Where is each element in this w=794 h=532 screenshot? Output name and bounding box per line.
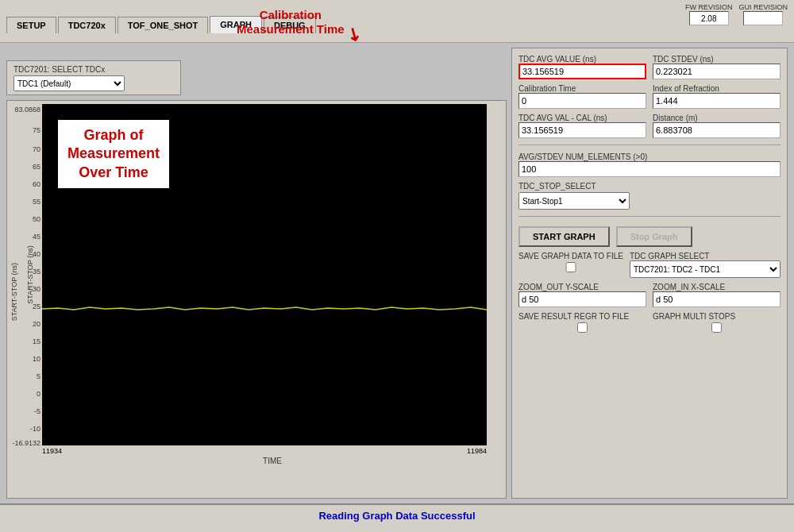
tdc-stdev-label: TDC STDEV (ns) xyxy=(653,55,781,64)
divider-1 xyxy=(518,145,781,145)
tdc-avg-cal-group: TDC AVG VAL - CAL (ns) xyxy=(518,114,646,138)
tab-tof-one-shot[interactable]: TOF_ONE_SHOT xyxy=(118,17,208,33)
graph-wrapper: 83.0868 75 70 65 60 55 50 45 40 35 30 25… xyxy=(10,104,503,465)
graph-title-line3: Over Time xyxy=(79,164,148,180)
bottom-checkboxes: SAVE RESULT REGR TO FILE GRAPH MULTI STO… xyxy=(518,312,781,333)
tdc-stop-select-label: TDC_STOP_SELECT xyxy=(518,182,781,191)
save-result-regr-label: SAVE RESULT REGR TO FILE xyxy=(518,312,646,321)
tdc-graph-select-row: TDC7201: TDC2 - TDC1 TDC7201: TDC1 TDC72… xyxy=(630,260,781,278)
zoom-in-label: ZOOM_IN X-SCALE xyxy=(653,283,781,291)
zoom-in-group: ZOOM_IN X-SCALE xyxy=(653,283,781,307)
tdc-stdev-input[interactable] xyxy=(653,64,781,79)
tab-tdc720x[interactable]: TDC720x xyxy=(58,17,116,33)
tdc-avg-cal-label: TDC AVG VAL - CAL (ns) xyxy=(518,114,646,122)
gui-revision-label: GUI REVISION xyxy=(738,3,788,11)
fw-revision-label: FW REVISION xyxy=(685,3,733,11)
avg-stdev-row: TDC AVG VALUE (ns) TDC STDEV (ns) xyxy=(518,55,781,79)
distance-group: Distance (m) xyxy=(653,114,781,138)
x-label-min: 11934 xyxy=(42,447,62,455)
tdc-stdev-group: TDC STDEV (ns) xyxy=(653,55,781,79)
y-label-15: 15 xyxy=(33,337,40,345)
tdc-stop-select-dropdown[interactable]: Start-Stop1 Start-Stop2 Start-Stop3 xyxy=(518,192,630,210)
ior-input[interactable] xyxy=(653,93,781,109)
tdc-select-label: TDC7201: SELECT TDCx xyxy=(13,65,105,74)
y-label-minus5: -5 xyxy=(34,407,40,415)
graph-title-line1: Graph of xyxy=(84,127,144,143)
tdc-graph-select-dropdown[interactable]: TDC7201: TDC2 - TDC1 TDC7201: TDC1 TDC72… xyxy=(630,260,781,278)
gui-revision-input[interactable] xyxy=(743,11,783,25)
distance-input[interactable] xyxy=(653,122,781,138)
zoom-out-input[interactable] xyxy=(518,291,646,307)
y-label-50: 50 xyxy=(33,215,40,223)
y-label-70: 70 xyxy=(33,145,40,153)
y-label-65: 65 xyxy=(33,163,40,171)
y-label-10: 10 xyxy=(33,355,40,363)
save-graph-data-checkbox[interactable] xyxy=(518,262,623,272)
graph-multi-stops-group: GRAPH MULTI STOPS xyxy=(653,312,781,333)
y-label-5: 5 xyxy=(37,372,40,380)
main-content: Calibration Measurement Time ↘ TDC7201: … xyxy=(0,43,794,503)
calibration-time-input[interactable] xyxy=(518,93,646,109)
y-label-0: 0 xyxy=(37,390,40,398)
y-label-minus10: -10 xyxy=(30,425,40,433)
stop-graph-button[interactable]: Stop Graph xyxy=(616,226,692,247)
tdc-avg-value-label: TDC AVG VALUE (ns) xyxy=(518,55,646,64)
y-axis-title: START-STOP (ns) xyxy=(26,245,34,303)
tdc-avg-cal-input[interactable] xyxy=(518,122,646,138)
status-message: Reading Graph Data Successful xyxy=(318,510,475,522)
graph-multi-stops-checkbox[interactable] xyxy=(653,322,781,333)
y-label-20: 20 xyxy=(33,320,40,328)
distance-label: Distance (m) xyxy=(653,114,781,122)
tdc-graph-select-label: TDC GRAPH SELECT xyxy=(630,252,781,260)
graph-label-overlay: Graph of Measurement Over Time xyxy=(58,120,169,188)
zoom-row: ZOOM_OUT Y-SCALE ZOOM_IN X-SCALE xyxy=(518,283,781,307)
x-label-max: 11984 xyxy=(467,447,487,455)
y-label-60: 60 xyxy=(33,180,40,188)
x-axis-labels: 11934 11984 xyxy=(42,445,487,457)
tdc-select-dropdown[interactable]: TDC1 (Default) xyxy=(13,75,125,91)
fw-revision-input[interactable] xyxy=(689,11,729,25)
graph-multi-stops-label: GRAPH MULTI STOPS xyxy=(653,312,781,321)
tdc-stop-select-group: TDC_STOP_SELECT Start-Stop1 Start-Stop2 … xyxy=(518,182,781,210)
y-label-min: -16.9132 xyxy=(12,439,40,447)
graph-title-line2: Measurement xyxy=(67,145,160,161)
calibration-label: Calibration Measurement Time ↘ xyxy=(237,8,345,37)
save-tdc-row: SAVE GRAPH DATA TO FILE TDC GRAPH SELECT… xyxy=(518,252,781,278)
y-axis-title-text: START-STOP (ns) xyxy=(10,263,18,321)
fw-rev-group: FW REVISION GUI REVISION xyxy=(685,3,788,25)
graph-container: 83.0868 75 70 65 60 55 50 45 40 35 30 25… xyxy=(6,100,507,499)
fw-revision-box: FW REVISION xyxy=(685,3,733,25)
y-label-45: 45 xyxy=(33,233,40,241)
start-graph-button[interactable]: START GRAPH xyxy=(518,226,610,247)
left-panel: Calibration Measurement Time ↘ TDC7201: … xyxy=(6,48,507,499)
avg-stdev-num-label: AVG/STDEV NUM_ELEMENTS (>0) xyxy=(518,152,647,161)
buttons-row: START GRAPH Stop Graph xyxy=(518,226,781,247)
avg-stdev-num-group: AVG/STDEV NUM_ELEMENTS (>0) xyxy=(518,152,781,177)
save-result-regr-checkbox[interactable] xyxy=(518,322,646,333)
avg-cal-dist-row: TDC AVG VAL - CAL (ns) Distance (m) xyxy=(518,114,781,138)
save-result-regr-group: SAVE RESULT REGR TO FILE xyxy=(518,312,646,333)
cal-ior-row: Calibration Time Index of Refraction xyxy=(518,84,781,109)
tdc-graph-select-group: TDC GRAPH SELECT TDC7201: TDC2 - TDC1 TD… xyxy=(630,252,781,278)
save-graph-data-label: SAVE GRAPH DATA TO FILE xyxy=(518,252,623,260)
right-panel: TDC AVG VALUE (ns) TDC STDEV (ns) Calibr… xyxy=(511,48,788,499)
zoom-in-input[interactable] xyxy=(653,291,781,307)
y-label-75: 75 xyxy=(33,126,40,134)
avg-stdev-num-input[interactable] xyxy=(518,161,781,177)
save-graph-data-group: SAVE GRAPH DATA TO FILE xyxy=(518,252,623,272)
divider-2 xyxy=(518,216,781,217)
ior-label: Index of Refraction xyxy=(653,84,781,93)
tab-setup[interactable]: SETUP xyxy=(6,17,56,33)
zoom-out-group: ZOOM_OUT Y-SCALE xyxy=(518,283,646,307)
gui-revision-box: GUI REVISION xyxy=(738,3,788,25)
calibration-time-group: Calibration Time xyxy=(518,84,646,109)
ior-group: Index of Refraction xyxy=(653,84,781,109)
status-bar: Reading Graph Data Successful xyxy=(0,503,794,532)
y-label-max: 83.0868 xyxy=(14,106,40,114)
tdc-avg-value-input[interactable] xyxy=(518,64,646,79)
y-label-55: 55 xyxy=(33,198,40,206)
x-axis-title: TIME xyxy=(42,457,503,465)
zoom-out-label: ZOOM_OUT Y-SCALE xyxy=(518,283,646,291)
top-bar: SETUP TDC720x TOF_ONE_SHOT GRAPH DEBUG F… xyxy=(0,0,794,43)
calibration-time-label: Calibration Time xyxy=(518,84,646,93)
